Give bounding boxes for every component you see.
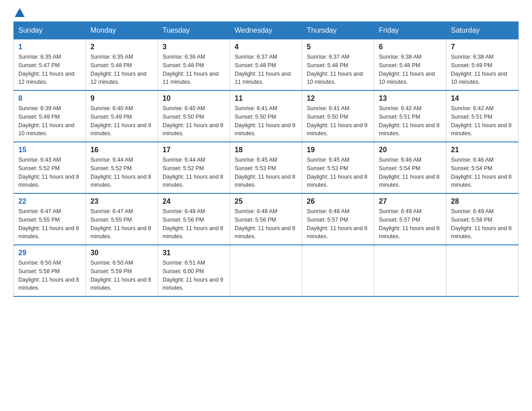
- day-number: 21: [451, 146, 514, 154]
- day-number: 22: [18, 197, 81, 206]
- day-info: Sunrise: 6:50 AM Sunset: 5:58 PM Dayligh…: [18, 259, 81, 292]
- calendar-cell: 31 Sunrise: 6:51 AM Sunset: 6:00 PM Dayl…: [158, 245, 230, 296]
- day-info: Sunrise: 6:46 AM Sunset: 5:54 PM Dayligh…: [451, 156, 514, 189]
- calendar-cell: 11 Sunrise: 6:41 AM Sunset: 5:50 PM Dayl…: [230, 90, 302, 142]
- day-number: 8: [18, 94, 81, 103]
- column-header-wednesday: Wednesday: [230, 22, 302, 39]
- calendar-cell: 29 Sunrise: 6:50 AM Sunset: 5:58 PM Dayl…: [14, 245, 86, 296]
- column-header-sunday: Sunday: [14, 22, 86, 39]
- calendar-cell: 14 Sunrise: 6:42 AM Sunset: 5:51 PM Dayl…: [446, 90, 519, 142]
- day-number: 26: [307, 197, 369, 206]
- calendar-cell: 13 Sunrise: 6:42 AM Sunset: 5:51 PM Dayl…: [374, 90, 446, 142]
- day-info: Sunrise: 6:46 AM Sunset: 5:54 PM Dayligh…: [379, 156, 442, 189]
- day-number: 20: [379, 146, 442, 154]
- day-number: 17: [163, 146, 225, 154]
- calendar-cell: 25 Sunrise: 6:48 AM Sunset: 5:56 PM Dayl…: [230, 193, 302, 245]
- day-info: Sunrise: 6:48 AM Sunset: 5:57 PM Dayligh…: [307, 207, 369, 241]
- day-info: Sunrise: 6:40 AM Sunset: 5:50 PM Dayligh…: [163, 104, 225, 138]
- calendar-cell: 9 Sunrise: 6:40 AM Sunset: 5:49 PM Dayli…: [86, 90, 158, 142]
- calendar-cell: 5 Sunrise: 6:37 AM Sunset: 5:48 PM Dayli…: [302, 39, 374, 91]
- calendar-table: SundayMondayTuesdayWednesdayThursdayFrid…: [13, 21, 519, 297]
- day-info: Sunrise: 6:38 AM Sunset: 5:48 PM Dayligh…: [379, 53, 442, 86]
- calendar-cell: [446, 245, 519, 296]
- day-info: Sunrise: 6:42 AM Sunset: 5:51 PM Dayligh…: [451, 104, 514, 138]
- day-info: Sunrise: 6:47 AM Sunset: 5:55 PM Dayligh…: [90, 207, 153, 241]
- day-info: Sunrise: 6:37 AM Sunset: 5:48 PM Dayligh…: [307, 53, 369, 86]
- day-number: 12: [307, 94, 369, 103]
- day-info: Sunrise: 6:44 AM Sunset: 5:52 PM Dayligh…: [163, 156, 225, 189]
- calendar-week-row: 8 Sunrise: 6:39 AM Sunset: 5:49 PM Dayli…: [14, 90, 519, 142]
- day-number: 14: [451, 94, 514, 103]
- column-header-saturday: Saturday: [446, 22, 519, 39]
- day-number: 7: [451, 43, 514, 51]
- day-info: Sunrise: 6:44 AM Sunset: 5:52 PM Dayligh…: [90, 156, 153, 189]
- day-info: Sunrise: 6:41 AM Sunset: 5:50 PM Dayligh…: [307, 104, 369, 138]
- day-number: 31: [163, 249, 225, 257]
- day-info: Sunrise: 6:47 AM Sunset: 5:55 PM Dayligh…: [18, 207, 81, 241]
- day-info: Sunrise: 6:45 AM Sunset: 5:53 PM Dayligh…: [235, 156, 297, 189]
- calendar-week-row: 29 Sunrise: 6:50 AM Sunset: 5:58 PM Dayl…: [14, 245, 519, 296]
- day-info: Sunrise: 6:39 AM Sunset: 5:49 PM Dayligh…: [18, 104, 81, 138]
- calendar-cell: 7 Sunrise: 6:38 AM Sunset: 5:49 PM Dayli…: [446, 39, 519, 91]
- day-number: 5: [307, 43, 369, 51]
- column-header-monday: Monday: [86, 22, 158, 39]
- calendar-cell: 26 Sunrise: 6:48 AM Sunset: 5:57 PM Dayl…: [302, 193, 374, 245]
- day-info: Sunrise: 6:50 AM Sunset: 5:59 PM Dayligh…: [90, 259, 153, 292]
- day-number: 28: [451, 197, 514, 206]
- calendar-cell: [374, 245, 446, 296]
- column-header-friday: Friday: [374, 22, 446, 39]
- day-number: 13: [379, 94, 442, 103]
- column-header-tuesday: Tuesday: [158, 22, 230, 39]
- calendar-cell: 6 Sunrise: 6:38 AM Sunset: 5:48 PM Dayli…: [374, 39, 446, 91]
- day-number: 9: [90, 94, 153, 103]
- day-number: 27: [379, 197, 442, 206]
- day-info: Sunrise: 6:48 AM Sunset: 5:56 PM Dayligh…: [235, 207, 297, 241]
- day-number: 30: [90, 249, 153, 257]
- calendar-cell: 20 Sunrise: 6:46 AM Sunset: 5:54 PM Dayl…: [374, 142, 446, 193]
- calendar-week-row: 22 Sunrise: 6:47 AM Sunset: 5:55 PM Dayl…: [14, 193, 519, 245]
- day-info: Sunrise: 6:41 AM Sunset: 5:50 PM Dayligh…: [235, 104, 297, 138]
- calendar-cell: 3 Sunrise: 6:36 AM Sunset: 5:48 PM Dayli…: [158, 39, 230, 91]
- calendar-cell: 2 Sunrise: 6:35 AM Sunset: 5:48 PM Dayli…: [86, 39, 158, 91]
- calendar-cell: 15 Sunrise: 6:43 AM Sunset: 5:52 PM Dayl…: [14, 142, 86, 193]
- day-info: Sunrise: 6:43 AM Sunset: 5:52 PM Dayligh…: [18, 156, 81, 189]
- day-info: Sunrise: 6:37 AM Sunset: 5:48 PM Dayligh…: [235, 53, 297, 86]
- calendar-cell: 1 Sunrise: 6:35 AM Sunset: 5:47 PM Dayli…: [14, 39, 86, 91]
- day-number: 18: [235, 146, 297, 154]
- day-info: Sunrise: 6:48 AM Sunset: 5:56 PM Dayligh…: [163, 207, 225, 241]
- calendar-cell: [230, 245, 302, 296]
- day-number: 15: [18, 146, 81, 154]
- day-number: 16: [90, 146, 153, 154]
- day-info: Sunrise: 6:40 AM Sunset: 5:49 PM Dayligh…: [90, 104, 153, 138]
- calendar-cell: 8 Sunrise: 6:39 AM Sunset: 5:49 PM Dayli…: [14, 90, 86, 142]
- calendar-cell: 27 Sunrise: 6:49 AM Sunset: 5:57 PM Dayl…: [374, 193, 446, 245]
- calendar-cell: 30 Sunrise: 6:50 AM Sunset: 5:59 PM Dayl…: [86, 245, 158, 296]
- column-header-thursday: Thursday: [302, 22, 374, 39]
- calendar-cell: [302, 245, 374, 296]
- day-number: 6: [379, 43, 442, 51]
- day-info: Sunrise: 6:36 AM Sunset: 5:48 PM Dayligh…: [163, 53, 225, 86]
- calendar-cell: 16 Sunrise: 6:44 AM Sunset: 5:52 PM Dayl…: [86, 142, 158, 193]
- calendar-cell: 10 Sunrise: 6:40 AM Sunset: 5:50 PM Dayl…: [158, 90, 230, 142]
- day-number: 23: [90, 197, 153, 206]
- day-number: 4: [235, 43, 297, 51]
- calendar-cell: 18 Sunrise: 6:45 AM Sunset: 5:53 PM Dayl…: [230, 142, 302, 193]
- svg-marker-0: [15, 8, 25, 17]
- day-info: Sunrise: 6:38 AM Sunset: 5:49 PM Dayligh…: [451, 53, 514, 86]
- day-info: Sunrise: 6:35 AM Sunset: 5:47 PM Dayligh…: [18, 53, 81, 86]
- day-info: Sunrise: 6:51 AM Sunset: 6:00 PM Dayligh…: [163, 259, 225, 292]
- logo-arrow-icon: [15, 8, 25, 17]
- calendar-cell: 24 Sunrise: 6:48 AM Sunset: 5:56 PM Dayl…: [158, 193, 230, 245]
- day-info: Sunrise: 6:49 AM Sunset: 5:58 PM Dayligh…: [451, 207, 514, 241]
- calendar-cell: 23 Sunrise: 6:47 AM Sunset: 5:55 PM Dayl…: [86, 193, 158, 245]
- day-number: 29: [18, 249, 81, 257]
- day-info: Sunrise: 6:45 AM Sunset: 5:53 PM Dayligh…: [307, 156, 369, 189]
- calendar-cell: 28 Sunrise: 6:49 AM Sunset: 5:58 PM Dayl…: [446, 193, 519, 245]
- calendar-cell: 22 Sunrise: 6:47 AM Sunset: 5:55 PM Dayl…: [14, 193, 86, 245]
- calendar-cell: 17 Sunrise: 6:44 AM Sunset: 5:52 PM Dayl…: [158, 142, 230, 193]
- day-number: 3: [163, 43, 225, 51]
- day-info: Sunrise: 6:49 AM Sunset: 5:57 PM Dayligh…: [379, 207, 442, 241]
- day-info: Sunrise: 6:35 AM Sunset: 5:48 PM Dayligh…: [90, 53, 153, 86]
- calendar-cell: 4 Sunrise: 6:37 AM Sunset: 5:48 PM Dayli…: [230, 39, 302, 91]
- day-number: 19: [307, 146, 369, 154]
